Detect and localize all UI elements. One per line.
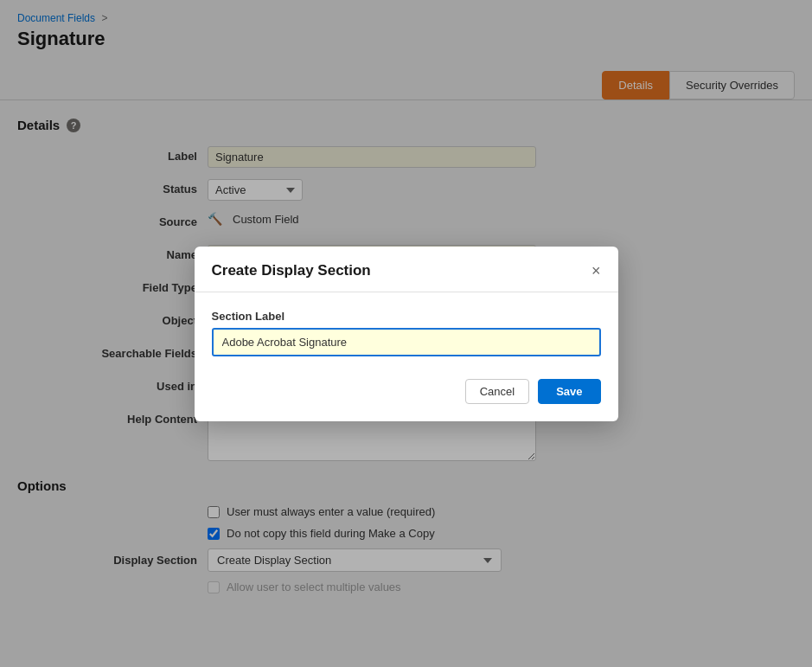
modal-close-button[interactable]: ×: [591, 263, 601, 279]
modal-field-label: Section Label: [212, 310, 601, 323]
modal-header: Create Display Section ×: [195, 247, 618, 292]
modal-dialog: Create Display Section × Section Label C…: [195, 247, 618, 421]
modal-title: Create Display Section: [212, 262, 371, 279]
modal-overlay: Create Display Section × Section Label C…: [0, 0, 812, 667]
modal-footer: Cancel Save: [195, 365, 618, 421]
modal-body: Section Label: [195, 292, 618, 365]
modal-save-button[interactable]: Save: [538, 379, 600, 404]
modal-section-label-input[interactable]: [212, 328, 601, 356]
modal-cancel-button[interactable]: Cancel: [465, 379, 529, 404]
